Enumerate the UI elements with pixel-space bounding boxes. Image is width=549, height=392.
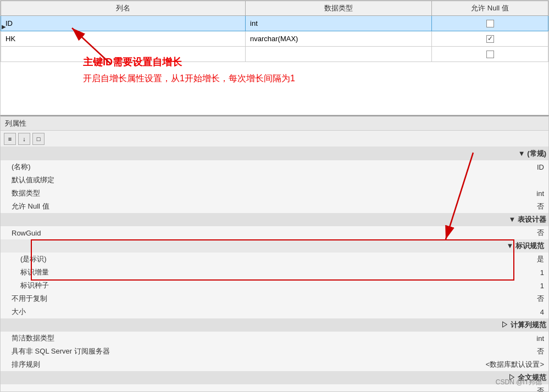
prop-value-rowguid: 否 bbox=[302, 226, 548, 239]
prop-label-size: 大小 bbox=[1, 305, 302, 318]
prop-row-nullable: 允许 Null 值 否 bbox=[1, 200, 548, 213]
section-row-general: ▼ (常规) bbox=[1, 147, 548, 160]
prop-row-datatype: 数据类型 int bbox=[1, 187, 548, 200]
prop-label-noreplication: 不用于复制 bbox=[1, 292, 302, 305]
table-row[interactable]: HK nvarchar(MAX) bbox=[1, 31, 548, 47]
properties-table: ▼ (常规) (名称) ID 默认值或绑定 数据类型 int 允许 Null 值… bbox=[1, 147, 548, 392]
section-label-computed: ▷ 计算列规范 bbox=[1, 318, 548, 332]
cell-type: int bbox=[246, 16, 432, 31]
col-header-nullable: 允许 Null 值 bbox=[432, 1, 548, 16]
prop-label-default: 默认值或绑定 bbox=[1, 173, 302, 187]
section-label-identity: ▼ 标识规范 bbox=[1, 239, 548, 253]
properties-panel: 列属性 ≡ ↓ □ ▼ (常规) (名称) ID 默认值或绑定 数据类型 int bbox=[0, 115, 549, 392]
prop-label-seed: 标识种子 bbox=[1, 279, 302, 292]
prop-value-noreplication: 否 bbox=[302, 292, 548, 305]
toolbar-btn-1[interactable]: ≡ bbox=[4, 133, 16, 145]
prop-row-default: 默认值或绑定 bbox=[1, 173, 548, 187]
prop-label-increment: 标识增量 bbox=[1, 266, 302, 279]
panel-header: 列属性 bbox=[1, 116, 548, 131]
prop-label-name: (名称) bbox=[1, 160, 302, 173]
prop-value-seed: 1 bbox=[302, 279, 548, 292]
prop-label-condensedtype: 简洁数据类型 bbox=[1, 332, 302, 345]
table-row[interactable]: ID int bbox=[1, 16, 548, 31]
prop-value-datatype: int bbox=[302, 187, 548, 200]
prop-row-rowguid: RowGuid 否 bbox=[1, 226, 548, 239]
prop-value-condensedtype: int bbox=[302, 332, 548, 345]
cell-type: nvarchar(MAX) bbox=[246, 31, 432, 47]
cell-nullable bbox=[432, 16, 548, 31]
prop-label-fulltext-val bbox=[1, 384, 302, 392]
prop-value-collation: <数据库默认设置> bbox=[302, 358, 548, 371]
prop-row-noreplication: 不用于复制 否 bbox=[1, 292, 548, 305]
section-row-computed: ▷ 计算列规范 bbox=[1, 318, 548, 332]
cell-name: ID bbox=[1, 16, 246, 31]
prop-value-increment: 1 bbox=[302, 266, 548, 279]
prop-label-rowguid: RowGuid bbox=[1, 226, 302, 239]
prop-row-fulltext-val: 否 bbox=[1, 384, 548, 392]
toolbar-btn-2[interactable]: ↓ bbox=[18, 133, 30, 145]
prop-row-nonsqlserver: 具有非 SQL Server 订阅服务器 否 bbox=[1, 345, 548, 358]
prop-label-datatype: 数据类型 bbox=[1, 187, 302, 200]
prop-row-name: (名称) ID bbox=[1, 160, 548, 173]
prop-label-nullable: 允许 Null 值 bbox=[1, 200, 302, 213]
prop-value-size: 4 bbox=[302, 305, 548, 318]
prop-value-name: ID bbox=[302, 160, 548, 173]
prop-row-size: 大小 4 bbox=[1, 305, 548, 318]
table-designer-panel: ▶ 列名 数据类型 允许 Null 值 ID int HK nvarchar(M… bbox=[0, 0, 549, 115]
section-row-identity: ▼ 标识规范 bbox=[1, 239, 548, 253]
prop-label-nonsqlserver: 具有非 SQL Server 订阅服务器 bbox=[1, 345, 302, 358]
cell-name: HK bbox=[1, 31, 246, 47]
section-label-fulltext: ▷ 全文规范 bbox=[1, 371, 548, 384]
prop-row-increment: 标识增量 1 bbox=[1, 266, 548, 279]
section-label-general: ▼ (常规) bbox=[1, 147, 548, 160]
prop-value-isidentity: 是 bbox=[302, 253, 548, 266]
prop-value-nonsqlserver: 否 bbox=[302, 345, 548, 358]
column-definition-table: 列名 数据类型 允许 Null 值 ID int HK nvarchar(MAX… bbox=[1, 1, 548, 62]
prop-row-isidentity: (是标识) 是 bbox=[1, 253, 548, 266]
prop-label-isidentity: (是标识) bbox=[1, 253, 302, 266]
properties-toolbar: ≡ ↓ □ bbox=[1, 131, 548, 147]
col-header-type: 数据类型 bbox=[246, 1, 432, 16]
col-header-name: 列名 bbox=[1, 1, 246, 16]
prop-row-collation: 排序规则 <数据库默认设置> bbox=[1, 358, 548, 371]
nullable-checkbox[interactable] bbox=[486, 35, 494, 43]
section-label-designer: ▼ 表设计器 bbox=[1, 213, 548, 226]
prop-row-condensedtype: 简洁数据类型 int bbox=[1, 332, 548, 345]
annotation-line2: 开启自增长属性设置，从1开始增长，每次增长间隔为1 bbox=[83, 73, 495, 85]
section-row-fulltext: ▷ 全文规范 bbox=[1, 371, 548, 384]
panel-title: 列属性 bbox=[5, 119, 26, 127]
cell-nullable bbox=[432, 31, 548, 47]
nullable-checkbox[interactable] bbox=[486, 20, 494, 27]
section-row-designer: ▼ 表设计器 bbox=[1, 213, 548, 226]
watermark: CSDN @IT邦德 bbox=[496, 378, 542, 387]
row-indicator: ▶ bbox=[2, 24, 6, 30]
toolbar-btn-3[interactable]: □ bbox=[32, 133, 45, 145]
prop-row-seed: 标识种子 1 bbox=[1, 279, 548, 292]
annotation-line1: 主键ID需要设置自增长 bbox=[83, 55, 495, 69]
prop-label-collation: 排序规则 bbox=[1, 358, 302, 371]
prop-value-default bbox=[302, 173, 548, 187]
annotation-container: 主键ID需要设置自增长 开启自增长属性设置，从1开始增长，每次增长间隔为1 bbox=[83, 55, 495, 85]
prop-value-nullable: 否 bbox=[302, 200, 548, 213]
